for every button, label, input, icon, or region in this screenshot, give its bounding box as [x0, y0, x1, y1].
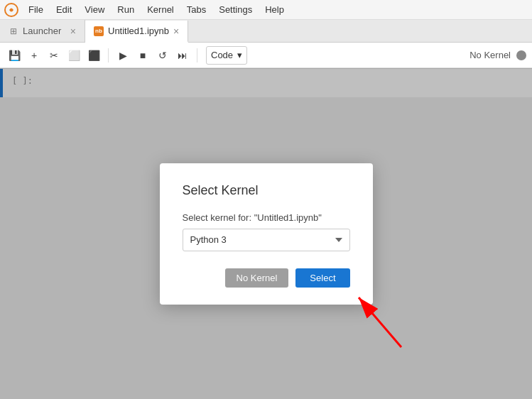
tab-launcher-close[interactable]: × [70, 26, 76, 36]
modal-buttons: No Kernel Select [183, 268, 350, 288]
modal-title: Select Kernel [183, 183, 350, 198]
tab-launcher[interactable]: ⊞ Launcher × [0, 20, 85, 42]
select-kernel-modal: Select Kernel Select kernel for: "Untitl… [160, 163, 373, 305]
copy-button[interactable]: ⬜ [65, 47, 82, 64]
restart-button[interactable]: ↺ [154, 47, 171, 64]
toolbar-separator-1 [108, 48, 109, 62]
select-kernel-button[interactable]: Select [295, 268, 349, 288]
menu-settings[interactable]: Settings [213, 3, 258, 16]
modal-overlay: Select Kernel Select kernel for: "Untitl… [0, 68, 532, 399]
cut-button[interactable]: ✂ [45, 47, 63, 64]
menu-file[interactable]: File [23, 3, 49, 16]
tabs-bar: ⊞ Launcher × nb Untitled1.ipynb × [0, 20, 532, 43]
toolbar-separator-2 [197, 48, 197, 62]
tab-notebook[interactable]: nb Untitled1.ipynb × [85, 21, 188, 43]
app-logo-icon [4, 3, 18, 17]
toolbar: 💾 + ✂ ⬜ ⬛ ▶ ■ ↺ ⏭ Code ▾ No Kernel [0, 43, 532, 68]
launcher-icon: ⊞ [9, 26, 18, 36]
menubar: File Edit View Run Kernel Tabs Settings … [0, 0, 532, 20]
save-button[interactable]: 💾 [6, 47, 23, 64]
menu-tabs[interactable]: Tabs [181, 3, 212, 16]
no-kernel-button[interactable]: No Kernel [225, 268, 289, 288]
toolbar-right: No Kernel [469, 50, 526, 60]
menu-view[interactable]: View [79, 3, 110, 16]
kernel-select-dropdown[interactable]: Python 3 [183, 229, 350, 251]
cell-type-chevron-icon: ▾ [237, 50, 242, 60]
red-arrow-annotation [330, 283, 416, 354]
tab-notebook-close[interactable]: × [173, 26, 179, 36]
cell-type-dropdown[interactable]: Code ▾ [206, 46, 247, 65]
menu-kernel[interactable]: Kernel [141, 3, 180, 16]
main-content: [ ]: Select Kernel Select kernel for: "U… [0, 68, 532, 399]
cell-type-label: Code [211, 50, 233, 60]
modal-description: Select kernel for: "Untitled1.ipynb" [183, 212, 350, 223]
paste-button[interactable]: ⬛ [85, 47, 102, 64]
fast-forward-button[interactable]: ⏭ [174, 47, 191, 64]
notebook-icon: nb [94, 26, 104, 36]
run-button[interactable]: ▶ [114, 47, 131, 64]
kernel-indicator-icon [516, 50, 526, 60]
menu-help[interactable]: Help [259, 3, 290, 16]
stop-button[interactable]: ■ [134, 47, 151, 64]
kernel-status-label: No Kernel [469, 50, 511, 60]
menu-edit[interactable]: Edit [50, 3, 77, 16]
tab-launcher-label: Launcher [23, 26, 61, 36]
svg-line-2 [359, 297, 401, 347]
menu-run[interactable]: Run [112, 3, 140, 16]
add-cell-button[interactable]: + [26, 47, 43, 64]
tab-notebook-label: Untitled1.ipynb [108, 26, 169, 36]
